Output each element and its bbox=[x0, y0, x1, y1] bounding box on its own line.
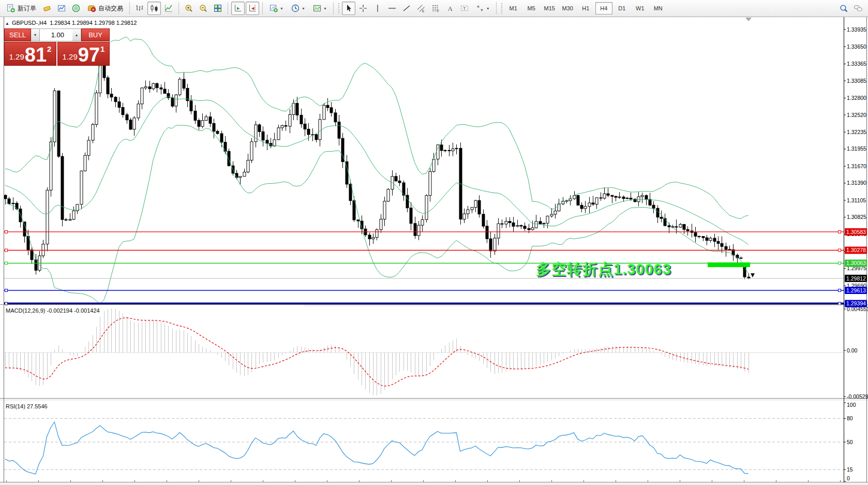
tile-windows-icon bbox=[213, 4, 222, 13]
buy-button[interactable]: BUY bbox=[81, 28, 110, 41]
fibonacci-button[interactable]: F bbox=[429, 2, 442, 15]
timeframe-m1-label: M1 bbox=[510, 5, 517, 11]
chevron-down-icon[interactable]: ▼ bbox=[323, 7, 327, 10]
text-button[interactable]: A bbox=[443, 2, 457, 15]
new-order-button[interactable]: 新订单 bbox=[3, 2, 39, 15]
price-tick-label: 1.30825 bbox=[847, 214, 866, 220]
buy-price-box[interactable]: 1.29 97 1 bbox=[57, 42, 110, 66]
line-handle[interactable] bbox=[839, 230, 841, 233]
toolbar-group-scroll bbox=[231, 1, 260, 16]
periods-icon bbox=[291, 4, 300, 13]
chevron-down-icon[interactable]: ▼ bbox=[486, 7, 490, 10]
periods-button[interactable]: ▼ bbox=[288, 2, 308, 15]
toolbar-separator bbox=[178, 2, 179, 14]
charts-icon bbox=[57, 4, 66, 13]
chart-shift-button[interactable] bbox=[246, 2, 259, 15]
chart-ohlc-values: 1.29834 1.29894 1.29798 1.29812 bbox=[50, 20, 137, 26]
buy-price-big: 97 bbox=[78, 47, 100, 63]
line-chart-button[interactable] bbox=[162, 2, 175, 15]
autotrade-button[interactable]: 自动交易 bbox=[84, 2, 126, 15]
bar-chart-button[interactable] bbox=[133, 2, 146, 15]
chevron-down-icon[interactable]: ▼ bbox=[302, 7, 305, 10]
line-handle[interactable] bbox=[5, 262, 8, 264]
crosshair-button[interactable] bbox=[356, 2, 370, 15]
new-chart-icon bbox=[269, 4, 278, 13]
horizontal-line-button[interactable] bbox=[385, 2, 399, 15]
timeframe-w1[interactable]: W1 bbox=[632, 2, 649, 14]
auto-scroll-button[interactable] bbox=[231, 2, 245, 15]
chat-button[interactable] bbox=[851, 2, 865, 15]
candle-chart-icon bbox=[149, 4, 159, 13]
price-tick-label: 1.31670 bbox=[847, 163, 866, 169]
price-tick-label: 1.32520 bbox=[847, 112, 866, 118]
svg-text:F: F bbox=[437, 9, 439, 13]
equidistant-channel-button[interactable]: E bbox=[414, 2, 428, 15]
arrows-button[interactable]: ▼ bbox=[472, 2, 493, 15]
strategy-tester-icon bbox=[71, 4, 81, 13]
timeframe-h1[interactable]: H1 bbox=[577, 2, 594, 14]
candle-chart-button[interactable] bbox=[147, 2, 161, 15]
cursor-button[interactable] bbox=[342, 2, 355, 15]
new-chart-button[interactable]: ▼ bbox=[266, 2, 287, 15]
trendline-icon bbox=[402, 4, 411, 13]
collapse-panel-icon[interactable]: ▲ bbox=[5, 21, 9, 26]
timeframe-d1[interactable]: D1 bbox=[613, 2, 631, 14]
timeframe-h4[interactable]: H4 bbox=[595, 2, 612, 14]
timeframe-m30-label: M30 bbox=[562, 5, 573, 11]
buy-price-sup: 1 bbox=[100, 45, 104, 53]
toolbar-group-drawing: EFAT▼ bbox=[341, 1, 493, 16]
trendline-button[interactable] bbox=[400, 2, 413, 15]
templates-button[interactable]: ▼ bbox=[309, 2, 330, 15]
sell-price-box[interactable]: 1.29 81 2 bbox=[4, 42, 56, 66]
timeframe-h1-label: H1 bbox=[582, 5, 589, 11]
price-tick-label: 1.33085 bbox=[847, 78, 866, 84]
volume-decrease-button[interactable]: ▼ bbox=[31, 28, 40, 41]
auto-scroll-icon bbox=[233, 4, 243, 13]
zoom-out-button[interactable] bbox=[197, 2, 210, 15]
chevron-down-icon[interactable]: ▼ bbox=[280, 7, 283, 10]
timeframe-m15-label: M15 bbox=[544, 5, 555, 11]
chart-canvas[interactable]: 1.339351.336501.333651.330851.328001.325… bbox=[0, 17, 868, 485]
rsi-label: RSI(14) 27.5546 bbox=[6, 403, 48, 409]
toolbar-separator bbox=[496, 2, 497, 14]
timeframe-m1[interactable]: M1 bbox=[505, 2, 522, 14]
sell-price-big: 81 bbox=[25, 47, 47, 63]
green-highlight-bar[interactable] bbox=[708, 262, 750, 267]
price-badge-label: 1.29394 bbox=[846, 300, 866, 306]
line-handle[interactable] bbox=[839, 262, 841, 264]
line-handle[interactable] bbox=[839, 249, 841, 252]
zoom-out-icon bbox=[199, 4, 208, 13]
chart-annotation-text[interactable]: 多空转折点1.30063 bbox=[536, 259, 671, 280]
zoom-in-button[interactable] bbox=[182, 2, 196, 15]
toolbar-separator bbox=[228, 2, 228, 14]
line-handle[interactable] bbox=[5, 249, 8, 252]
toolbar-separator bbox=[333, 2, 334, 14]
vertical-line-button[interactable] bbox=[371, 2, 384, 15]
toolbar-separator bbox=[129, 2, 130, 14]
chart-title: ▲GBPUSD-,H41.29834 1.29894 1.29798 1.298… bbox=[5, 20, 137, 26]
charts-button[interactable] bbox=[55, 2, 68, 15]
timeframe-m15[interactable]: M15 bbox=[541, 2, 558, 14]
line-handle[interactable] bbox=[5, 289, 8, 292]
line-handle[interactable] bbox=[5, 230, 8, 233]
vertical-line-icon bbox=[373, 4, 382, 13]
timeframe-mn[interactable]: MN bbox=[650, 2, 667, 14]
price-badge-label: 1.30063 bbox=[846, 260, 866, 266]
volume-increase-button[interactable]: ▲ bbox=[72, 28, 81, 41]
sell-button[interactable]: SELL bbox=[4, 28, 31, 41]
price-tick-label: 1.31955 bbox=[847, 145, 866, 152]
svg-text:E: E bbox=[422, 9, 425, 13]
timeframe-m30[interactable]: M30 bbox=[559, 2, 576, 14]
timeframe-m5[interactable]: M5 bbox=[523, 2, 540, 14]
chart-symbol-period: GBPUSD-,H4 bbox=[12, 20, 47, 26]
search-button[interactable] bbox=[837, 2, 850, 15]
market-watch-button[interactable] bbox=[40, 2, 54, 15]
strategy-tester-button[interactable] bbox=[69, 2, 83, 15]
toolbar-grip bbox=[338, 3, 340, 14]
sell-price-sup: 2 bbox=[47, 45, 51, 53]
text-label-button[interactable]: T bbox=[458, 2, 471, 15]
line-handle[interactable] bbox=[839, 289, 841, 292]
tile-windows-button[interactable] bbox=[211, 2, 225, 15]
toolbar-group-chart-type bbox=[132, 1, 176, 16]
volume-input[interactable]: 1.00 bbox=[40, 28, 72, 41]
